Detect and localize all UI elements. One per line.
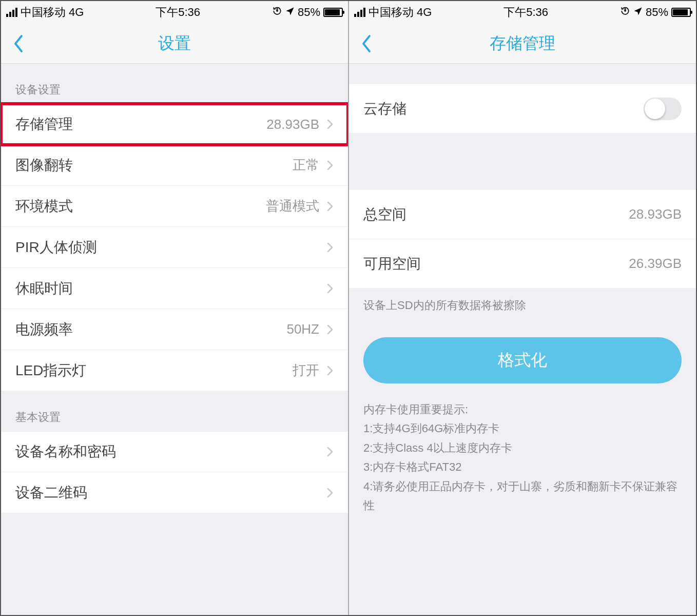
settings-row-4[interactable]: 休眠时间 <box>1 268 348 309</box>
page-title: 存储管理 <box>490 32 555 55</box>
chevron-right-icon <box>326 282 334 295</box>
spacer <box>349 133 696 190</box>
spacer <box>1 513 348 538</box>
chevron-right-icon <box>326 446 334 458</box>
settings-row-0[interactable]: 存储管理28.93GB <box>1 104 348 145</box>
nav-bar: 存储管理 <box>349 24 696 64</box>
tips-line-2: 2:支持Class 4以上速度内存卡 <box>363 438 682 457</box>
network-label: 4G <box>69 6 84 19</box>
back-button[interactable] <box>361 34 372 53</box>
settings-label-5: 电源频率 <box>15 320 73 339</box>
settings-row-2[interactable]: 环境模式普通模式 <box>1 186 348 227</box>
phone-left-settings: 中国移动 4G 下午5:36 85% 设置 设备设置 存储管理28.93GB图像… <box>1 1 348 615</box>
tips-line-3: 3:内存卡格式FAT32 <box>363 457 682 476</box>
section-basic-settings: 基本设置 <box>1 391 348 431</box>
location-icon <box>285 6 295 19</box>
settings-row-1[interactable]: 图像翻转正常 <box>1 145 348 186</box>
settings-label-1: 图像翻转 <box>15 156 73 175</box>
settings-value-6: 打开 <box>293 361 319 379</box>
settings-row-6[interactable]: LED指示灯打开 <box>1 350 348 391</box>
total-space-value: 28.93GB <box>629 206 682 222</box>
chevron-right-icon <box>326 323 334 336</box>
chevron-right-icon <box>326 118 334 130</box>
nav-bar: 设置 <box>1 24 348 64</box>
chevron-right-icon <box>326 159 334 171</box>
location-icon <box>633 6 643 19</box>
tips-line-4: 4:请务必使用正品内存卡，对于山寨，劣质和翻新卡不保证兼容性 <box>363 477 682 515</box>
settings-value-2: 普通模式 <box>266 197 319 215</box>
back-button[interactable] <box>13 34 24 53</box>
free-space-value: 26.39GB <box>629 256 682 272</box>
svg-rect-0 <box>276 10 278 12</box>
orientation-lock-icon <box>272 6 282 19</box>
orientation-lock-icon <box>620 6 630 19</box>
settings-row-5[interactable]: 电源频率50HZ <box>1 309 348 350</box>
format-button-label: 格式化 <box>498 349 547 372</box>
total-space-label: 总空间 <box>363 205 406 224</box>
chevron-right-icon <box>326 487 334 499</box>
svg-rect-1 <box>624 10 626 12</box>
battery-icon <box>671 8 691 17</box>
battery-pct: 85% <box>646 6 668 19</box>
settings-label-2: 环境模式 <box>15 197 73 216</box>
settings-label-6: LED指示灯 <box>15 361 86 380</box>
row-free-space: 可用空间 26.39GB <box>349 239 696 288</box>
format-button[interactable]: 格式化 <box>363 337 682 383</box>
network-label: 4G <box>417 6 432 19</box>
erase-note: 设备上SD内的所有数据将被擦除 <box>349 288 696 319</box>
phone-right-storage: 中国移动 4G 下午5:36 85% 存储管理 云存储 总空间 <box>348 1 696 615</box>
chevron-right-icon <box>326 200 334 213</box>
row-cloud-storage[interactable]: 云存储 <box>349 84 696 133</box>
status-bar: 中国移动 4G 下午5:36 85% <box>1 1 348 24</box>
basic-label-1: 设备二维码 <box>15 483 87 503</box>
battery-pct: 85% <box>298 6 320 19</box>
status-time: 下午5:36 <box>504 5 548 20</box>
free-space-label: 可用空间 <box>363 254 421 274</box>
status-bar: 中国移动 4G 下午5:36 85% <box>349 1 696 24</box>
section-device-settings: 设备设置 <box>1 64 348 104</box>
settings-row-3[interactable]: PIR人体侦测 <box>1 227 348 268</box>
sd-card-tips: 内存卡使用重要提示: 1:支持4G到64G标准内存卡 2:支持Class 4以上… <box>349 388 696 520</box>
signal-icon <box>6 8 17 17</box>
cloud-storage-toggle[interactable] <box>644 98 682 120</box>
cloud-storage-label: 云存储 <box>363 99 406 119</box>
signal-icon <box>354 8 365 17</box>
basic-row-0[interactable]: 设备名称和密码 <box>1 431 348 472</box>
basic-label-0: 设备名称和密码 <box>15 442 116 461</box>
chevron-right-icon <box>326 241 334 254</box>
battery-icon <box>323 8 343 17</box>
settings-label-0: 存储管理 <box>15 114 73 134</box>
row-total-space: 总空间 28.93GB <box>349 190 696 239</box>
settings-value-1: 正常 <box>293 156 319 174</box>
carrier-label: 中国移动 <box>21 5 66 20</box>
tips-line-1: 1:支持4G到64G标准内存卡 <box>363 419 682 438</box>
settings-label-4: 休眠时间 <box>15 279 73 298</box>
basic-row-1[interactable]: 设备二维码 <box>1 472 348 513</box>
page-title: 设置 <box>158 32 191 55</box>
chevron-right-icon <box>326 364 334 377</box>
spacer <box>349 64 696 84</box>
status-time: 下午5:36 <box>156 5 200 20</box>
settings-label-3: PIR人体侦测 <box>15 238 97 257</box>
settings-value-5: 50HZ <box>286 321 319 337</box>
tips-title: 内存卡使用重要提示: <box>363 400 682 419</box>
settings-value-0: 28.93GB <box>266 117 319 132</box>
carrier-label: 中国移动 <box>369 5 414 20</box>
